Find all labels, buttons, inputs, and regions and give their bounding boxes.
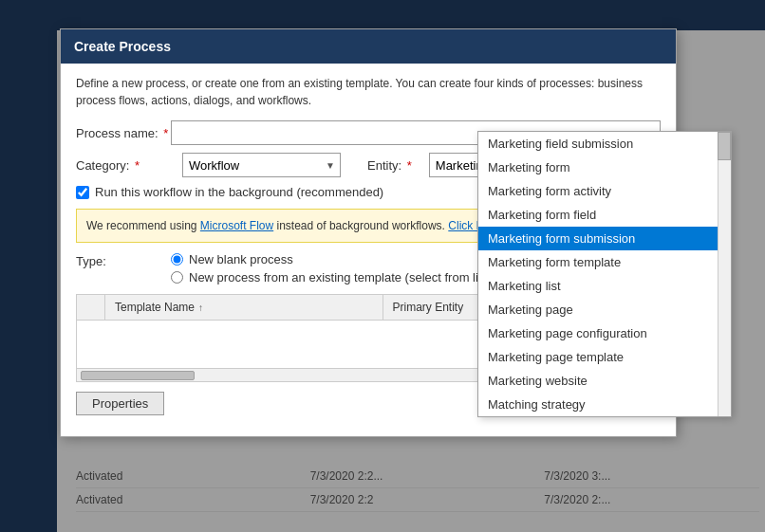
category-label: Category: * — [76, 158, 171, 173]
radio-template[interactable] — [171, 271, 183, 284]
dropdown-item-4[interactable]: Marketing form submission — [478, 227, 731, 250]
radio-option-blank: New blank process — [171, 252, 495, 266]
dropdown-item-11[interactable]: Matching strategy — [478, 393, 731, 416]
dropdown-item-3[interactable]: Marketing form field — [478, 203, 731, 227]
required-star-entity: * — [407, 158, 412, 173]
warning-text: We recommend using — [86, 219, 200, 232]
type-label: Type: — [76, 252, 171, 268]
required-star-category: * — [135, 158, 140, 173]
sort-asc-icon: ↑ — [198, 303, 203, 313]
checkbox-label: Run this workflow in the background (rec… — [95, 185, 383, 199]
dropdown-item-8[interactable]: Marketing page configuration — [478, 321, 731, 345]
radio-blank-label: New blank process — [189, 252, 293, 266]
modal-header: Create Process — [61, 29, 676, 64]
dropdown-item-7[interactable]: Marketing page — [478, 298, 731, 321]
dropdown-item-10[interactable]: Marketing website — [478, 369, 731, 393]
microsoft-flow-link[interactable]: Microsoft Flow — [200, 219, 273, 232]
radio-blank[interactable] — [171, 253, 183, 266]
warning-middle: instead of background workflows. — [273, 219, 448, 232]
radio-option-template: New process from an existing template (s… — [171, 270, 495, 284]
category-select-wrapper: Workflow Action Business Process Flow Di… — [182, 153, 341, 177]
dropdown-item-9[interactable]: Marketing page template — [478, 345, 731, 369]
dropdown-item-6[interactable]: Marketing list — [478, 274, 731, 298]
dropdown-scrollbar[interactable] — [718, 132, 731, 416]
dropdown-item-0[interactable]: Marketing field submission — [478, 132, 731, 156]
template-header-name-col[interactable]: Template Name ↑ — [105, 295, 383, 320]
radio-template-label: New process from an existing template (s… — [189, 270, 495, 284]
required-star-name: * — [163, 126, 168, 140]
template-header-checkbox-col — [77, 295, 105, 320]
category-select[interactable]: Workflow Action Business Process Flow Di… — [182, 153, 341, 177]
scrollbar-thumb[interactable] — [81, 371, 195, 380]
process-name-label: Process name: * — [76, 126, 171, 140]
properties-button[interactable]: Properties — [76, 392, 164, 415]
dropdown-scrollbar-thumb[interactable] — [718, 132, 731, 160]
entity-dropdown-popup: Marketing field submission Marketing for… — [477, 131, 732, 417]
entity-label: Entity: * — [367, 158, 412, 173]
modal-description: Define a new process, or create one from… — [76, 75, 661, 109]
radio-group: New blank process New process from an ex… — [171, 252, 495, 284]
dropdown-item-2[interactable]: Marketing form activity — [478, 179, 731, 203]
template-entity-col-label: Primary Entity — [393, 301, 464, 314]
dropdown-item-1[interactable]: Marketing form — [478, 156, 731, 179]
modal-title: Create Process — [74, 39, 171, 54]
dropdown-item-5[interactable]: Marketing form template — [478, 250, 731, 274]
template-name-col-label: Template Name — [115, 301, 195, 314]
background-workflow-checkbox[interactable] — [76, 186, 89, 199]
